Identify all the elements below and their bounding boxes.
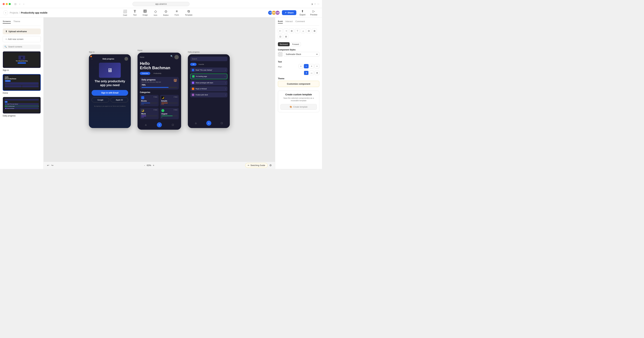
tool-text[interactable]: T Text: [130, 8, 139, 17]
task-reply-richard[interactable]: Reply to Richard ›: [190, 86, 228, 91]
google-button[interactable]: Google: [92, 97, 109, 102]
filter-settings-button[interactable]: ⚙: [269, 164, 272, 167]
daily-nav-add-icon[interactable]: +: [206, 121, 211, 126]
sidebar-tab-theme[interactable]: Theme: [14, 20, 20, 24]
align-justify-button[interactable]: ≡: [314, 64, 319, 68]
signin-email-button[interactable]: Sign in with Email: [92, 90, 128, 96]
urgent-icon: [161, 109, 164, 112]
distribute-horiz-btn[interactable]: ⊠: [312, 28, 317, 33]
url-bar[interactable]: app.uizard.io: [132, 2, 190, 6]
filter-favorite[interactable]: Favorite: [198, 63, 205, 66]
redo-button[interactable]: ↪: [51, 164, 53, 167]
tool-button[interactable]: ⊙ Button: [161, 8, 172, 17]
tool-template[interactable]: ⧉ Template: [182, 8, 195, 17]
valign-middle-button[interactable]: —: [309, 71, 314, 75]
daily-nav-settings-icon[interactable]: □: [221, 122, 223, 125]
zoom-out-button[interactable]: -: [144, 164, 145, 167]
tool-image[interactable]: 🖼 Image: [140, 8, 150, 17]
home-header: Home 🔍: [140, 55, 179, 59]
task-read-lean[interactable]: Read "The Lean Startup" ›: [190, 67, 228, 72]
sketching-guide-label: Sketching Guide: [250, 164, 265, 167]
sidebar-toggle-icon[interactable]: ⊡: [14, 3, 17, 5]
extensions-icon[interactable]: ⋯: [317, 3, 319, 5]
breadcrumb-projects[interactable]: Projects: [10, 11, 18, 14]
backward-button[interactable]: Backward: [278, 42, 290, 46]
valign-bottom-button[interactable]: ⬇: [314, 71, 319, 75]
preview-button[interactable]: ▷ Preview: [309, 9, 319, 16]
list-item[interactable]: 🖥 The only productivity Sign in: [3, 51, 41, 71]
screen-thumb-signin[interactable]: 🖥 The only productivity: [3, 51, 41, 68]
screen-label-home: Home: [3, 92, 41, 94]
tool-card[interactable]: ⬜ Card: [120, 8, 130, 17]
panel-tab-comment[interactable]: Comment: [295, 20, 305, 24]
category-work[interactable]: 🌙 9 New Work 3/15: [140, 108, 159, 119]
align-right-button[interactable]: ≡: [309, 64, 314, 68]
browser-back-icon[interactable]: ‹: [18, 2, 22, 6]
sidebar-tab-screens[interactable]: Screens: [3, 20, 11, 24]
task-finalize-pitch[interactable]: Finalize pitch deck ›: [190, 92, 228, 97]
phone-frame-home[interactable]: Home 🔍 HelloErlich Bachman Overview Prod…: [138, 53, 181, 130]
screen-thumb-daily[interactable]: All Read "The Lean Startup" Fix landing …: [3, 97, 41, 114]
align-left-icon-btn[interactable]: ⊢: [278, 28, 282, 33]
tab-productivity[interactable]: Productivity: [152, 72, 164, 75]
task-list: Read "The Lean Startup" › Fix landing pa…: [190, 67, 228, 119]
search-bar[interactable]: Search: [190, 57, 228, 61]
category-urgent[interactable]: 5 New Urgent ●: [160, 108, 179, 119]
align-vert-icon-btn[interactable]: ⊞: [289, 28, 294, 33]
canvas-area[interactable]: Sign in ‹ Daily progress 🖥 The only prod…: [44, 17, 275, 162]
new-tab-icon[interactable]: +: [314, 3, 316, 5]
sketching-guide-button[interactable]: ✏ Sketching Guide: [245, 163, 268, 168]
task-share-prototype[interactable]: Share prototype with team ›: [190, 80, 228, 85]
back-arrow-icon[interactable]: ‹: [92, 57, 92, 60]
distribute-all-btn[interactable]: ⊞: [284, 34, 288, 39]
home-nav-settings-icon[interactable]: □: [172, 123, 174, 126]
create-template-button[interactable]: 🎨 Create template: [280, 104, 317, 110]
maximize-btn[interactable]: [9, 3, 11, 5]
search-screens-input[interactable]: [8, 45, 39, 48]
align-center-button[interactable]: ≡: [304, 64, 308, 68]
browser-forward-icon[interactable]: ›: [22, 2, 26, 6]
tab-overview[interactable]: Overview: [140, 72, 150, 75]
customize-component-button[interactable]: Customize component: [278, 81, 319, 87]
category-emails[interactable]: 🌙 2 New Emails 4/19: [160, 95, 179, 106]
close-btn[interactable]: [3, 3, 5, 5]
home-nav-home-icon[interactable]: ⌂: [145, 123, 146, 126]
forward-button[interactable]: Forward: [290, 42, 301, 46]
align-left-button[interactable]: ≡: [298, 64, 303, 68]
add-new-screen-button[interactable]: + Add new screen: [3, 36, 41, 42]
export-button[interactable]: ⬆ Export: [298, 9, 307, 16]
phone-frame-signin[interactable]: ‹ Daily progress 🖥 The only productivity…: [89, 54, 131, 128]
category-books[interactable]: 5 New Books 5/24: [140, 95, 159, 106]
task-fix-landing[interactable]: Fix landing page ›: [190, 73, 228, 79]
task-share-label: Share prototype with team: [196, 82, 213, 84]
align-top-icon-btn[interactable]: ⊤: [295, 28, 300, 33]
daily-nav-home-icon[interactable]: ⌂: [195, 122, 197, 125]
valign-top-button[interactable]: ⬆: [304, 71, 308, 75]
minimize-btn[interactable]: [6, 3, 8, 5]
align-bot-icon-btn[interactable]: ⊥: [301, 28, 306, 33]
share-button[interactable]: ↗ Share: [282, 10, 296, 15]
tool-form[interactable]: ≡ Form: [172, 8, 182, 17]
back-button[interactable]: ‹: [3, 10, 8, 15]
align-center-vert-btn[interactable]: ⊟: [306, 28, 311, 33]
upload-wireframe-button[interactable]: ⬆ Upload wireframe: [3, 28, 41, 34]
align-right-icon-btn[interactable]: ⊣: [284, 28, 288, 33]
profile-avatar[interactable]: [174, 55, 179, 59]
zoom-in-button[interactable]: +: [153, 164, 154, 167]
panel-tab-interact[interactable]: Interact: [286, 20, 293, 24]
distribute-vert-btn[interactable]: ⊡: [278, 34, 282, 39]
list-item[interactable]: HelloErlich Bachman Overview Home: [3, 74, 41, 94]
screen-thumb-home[interactable]: HelloErlich Bachman Overview: [3, 74, 41, 91]
undo-button[interactable]: ↩: [47, 164, 49, 167]
tool-icon[interactable]: ◇ Icon: [151, 8, 160, 17]
theme-icon[interactable]: ◑: [311, 3, 313, 5]
panel-tab-build[interactable]: Build: [278, 20, 283, 24]
phone-frame-daily[interactable]: Search All Favorite Read "The Lean Start…: [188, 54, 230, 128]
filter-all[interactable]: All: [190, 63, 196, 66]
url-text: app.uizard.io: [155, 3, 167, 5]
home-nav-add-icon[interactable]: +: [157, 122, 162, 127]
search-icon[interactable]: 🔍: [170, 55, 173, 59]
apple-id-button[interactable]: Apple ID: [110, 97, 128, 102]
list-item[interactable]: All Read "The Lean Startup" Fix landing …: [3, 97, 41, 117]
component-style-dropdown[interactable]: Subheader Black ▾: [284, 52, 319, 57]
